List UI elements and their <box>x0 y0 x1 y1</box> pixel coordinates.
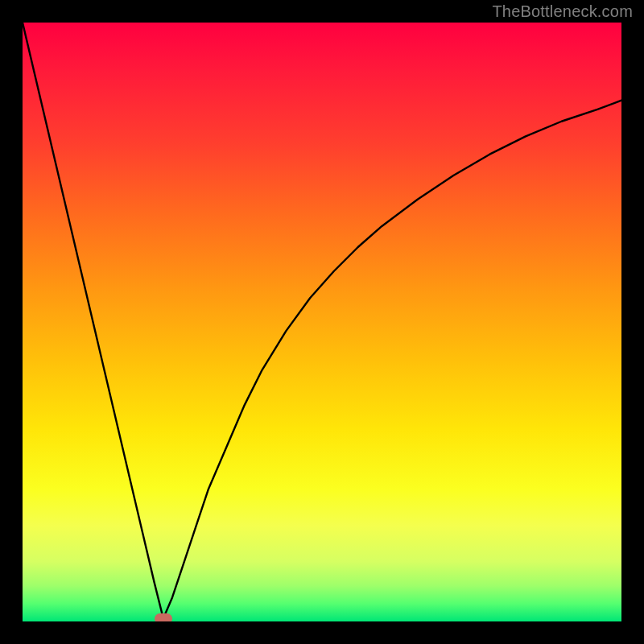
optimum-marker <box>155 613 172 621</box>
plot-area <box>23 23 621 621</box>
watermark-text: TheBottleneck.com <box>492 2 633 21</box>
chart-frame: TheBottleneck.com <box>0 0 644 644</box>
bottleneck-curve <box>23 23 621 621</box>
